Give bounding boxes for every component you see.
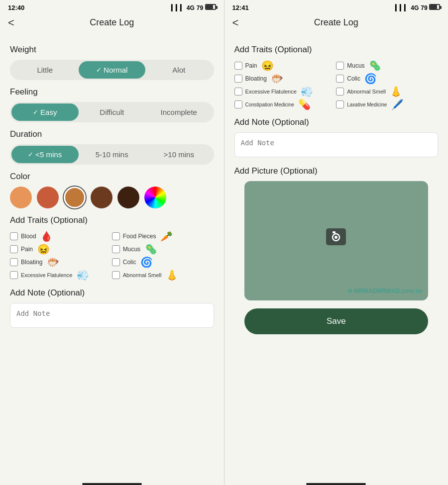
right-trait-smell: Abnormal Smell 👃 (336, 86, 438, 97)
duration-control: ✓ <5 mins 5-10 mins >10 mins (10, 144, 214, 165)
trait-flatulence: Excessive Flatulence 💨 (10, 269, 112, 281)
left-network-icon: ▎▎▎ (171, 4, 185, 11)
left-status-bar: 12:40 ▎▎▎ 4G 79 (0, 0, 224, 13)
trait-pain-label: Pain (21, 246, 33, 253)
right-trait-flatulence-label: Excessive Flatulence (245, 89, 297, 95)
feeling-label: Feeling (10, 87, 214, 97)
color-3[interactable] (64, 187, 86, 208)
right-trait-constipation-checkbox[interactable] (234, 100, 242, 108)
right-note-input[interactable] (234, 132, 439, 157)
right-status-right: ▎▎▎ 4G 79 (395, 4, 440, 11)
trait-blood-checkbox[interactable] (10, 232, 18, 240)
right-trait-mucus-checkbox[interactable] (336, 62, 344, 70)
trait-smell-icon: 👃 (164, 269, 179, 281)
trait-pain-checkbox[interactable] (10, 245, 18, 253)
picture-upload-area[interactable]: ≋ MRMADMRMAD.com.tw (244, 181, 429, 300)
trait-food-checkbox[interactable] (112, 232, 120, 240)
right-trait-bloating-checkbox[interactable] (234, 75, 242, 83)
right-trait-pain-icon: 😖 (260, 60, 275, 72)
trait-food-pieces: Food Pieces 🥕 (112, 230, 214, 242)
right-network-type: 4G (411, 4, 419, 11)
right-trait-flatulence-icon: 💨 (300, 86, 315, 97)
trait-pain: Pain 😖 (10, 243, 112, 255)
right-trait-bloating-icon: 🐡 (270, 73, 285, 85)
right-trait-row-flatulence-smell: Excessive Flatulence 💨 Abnormal Smell 👃 (234, 86, 439, 97)
right-trait-constipation-label: Constipation Medicine (245, 102, 294, 107)
weight-alot[interactable]: Alot (145, 61, 213, 79)
right-trait-flatulence-checkbox[interactable] (234, 88, 242, 96)
left-note-input[interactable] (10, 303, 214, 328)
trait-flatulence-checkbox[interactable] (10, 271, 18, 279)
right-trait-smell-checkbox[interactable] (336, 88, 344, 96)
right-home-indicator (306, 483, 366, 485)
color-row (10, 187, 214, 208)
weight-little[interactable]: Little (11, 61, 79, 79)
trait-smell: Abnormal Smell 👃 (112, 269, 214, 281)
feeling-incomplete[interactable]: Incomplete (145, 103, 213, 121)
trait-bloating: Bloating 🐡 (10, 256, 112, 268)
right-trait-colic: Colic 🌀 (336, 73, 438, 85)
right-traits-label: Add Traits (Optional) (234, 45, 439, 55)
trait-bloating-checkbox[interactable] (10, 258, 18, 266)
right-trait-laxative-icon: 🖊️ (390, 98, 405, 110)
feeling-control: ✓ Easy Difficult Incomplete (10, 102, 214, 122)
color-1[interactable] (10, 187, 32, 208)
color-4[interactable] (91, 187, 112, 208)
right-trait-row-bloating-colic: Bloating 🐡 Colic 🌀 (234, 73, 439, 85)
right-trait-colic-label: Colic (347, 75, 360, 82)
weight-label: Weight (10, 45, 214, 55)
save-button[interactable]: Save (244, 308, 429, 334)
trait-colic-checkbox[interactable] (112, 258, 120, 266)
left-time: 12:40 (8, 4, 24, 11)
duration-over10[interactable]: >10 mins (145, 146, 213, 163)
weight-normal[interactable]: ✓ Normal (79, 61, 146, 79)
right-trait-smell-label: Abnormal Smell (347, 89, 386, 95)
feeling-difficult[interactable]: Difficult (79, 103, 146, 121)
trait-mucus: Mucus 🦠 (112, 243, 214, 255)
trait-blood: Blood 🩸 (10, 230, 112, 242)
color-2[interactable] (37, 187, 59, 208)
right-scroll-content: Add Traits (Optional) Pain 😖 Mucus 🦠 Blo… (224, 34, 448, 477)
right-trait-colic-checkbox[interactable] (336, 75, 344, 83)
right-picture-label: Add Picture (Optional) (234, 166, 439, 176)
watermark: ≋ MRMADMRMAD.com.tw (347, 288, 422, 294)
trait-mucus-icon: 🦠 (143, 243, 158, 255)
left-status-right: ▎▎▎ 4G 79 (171, 4, 216, 11)
right-trait-pain-checkbox[interactable] (234, 62, 242, 70)
right-trait-bloating: Bloating 🐡 (234, 73, 336, 85)
duration-under5[interactable]: ✓ <5 mins (11, 146, 79, 163)
right-trait-constipation-icon: 💊 (297, 98, 312, 110)
right-page-title: Create Log (314, 17, 358, 28)
right-status-bar: 12:41 ▎▎▎ 4G 79 (224, 0, 448, 13)
color-5[interactable] (117, 187, 139, 208)
right-network-icon: ▎▎▎ (395, 4, 409, 11)
left-back-button[interactable]: < (8, 16, 14, 29)
duration-5to10[interactable]: 5-10 mins (79, 146, 146, 163)
duration-label: Duration (10, 129, 214, 139)
right-trait-row-constipation-laxative: Constipation Medicine 💊 Laxative Medicin… (234, 98, 439, 110)
right-trait-colic-icon: 🌀 (363, 73, 378, 85)
right-trait-mucus-icon: 🦠 (368, 60, 383, 72)
left-note-label: Add Note (Optional) (10, 288, 214, 298)
trait-blood-icon: 🩸 (39, 230, 54, 242)
trait-blood-label: Blood (21, 233, 36, 240)
right-trait-smell-icon: 👃 (389, 86, 404, 97)
trait-mucus-checkbox[interactable] (112, 245, 120, 253)
right-back-button[interactable]: < (232, 16, 239, 29)
trait-smell-label: Abnormal Smell (123, 272, 162, 278)
feeling-easy[interactable]: ✓ Easy (11, 103, 79, 121)
trait-smell-checkbox[interactable] (112, 271, 120, 279)
trait-bloating-icon: 🐡 (45, 256, 60, 268)
weight-control: Little ✓ Normal Alot (10, 60, 214, 80)
color-wheel[interactable] (144, 187, 166, 208)
trait-food-label: Food Pieces (123, 233, 156, 240)
right-note-label: Add Note (Optional) (234, 117, 439, 127)
trait-flatulence-icon: 💨 (75, 269, 90, 281)
trait-colic-label: Colic (123, 259, 136, 266)
left-scroll-content: Weight Little ✓ Normal Alot Feeling ✓ Ea… (0, 34, 224, 477)
trait-row-bloating-colic: Bloating 🐡 Colic 🌀 (10, 256, 214, 268)
right-trait-laxative-checkbox[interactable] (336, 100, 344, 108)
right-trait-mucus: Mucus 🦠 (336, 60, 438, 72)
right-trait-laxative: Laxative Medicine 🖊️ (336, 98, 438, 110)
right-trait-row-pain-mucus: Pain 😖 Mucus 🦠 (234, 60, 439, 72)
